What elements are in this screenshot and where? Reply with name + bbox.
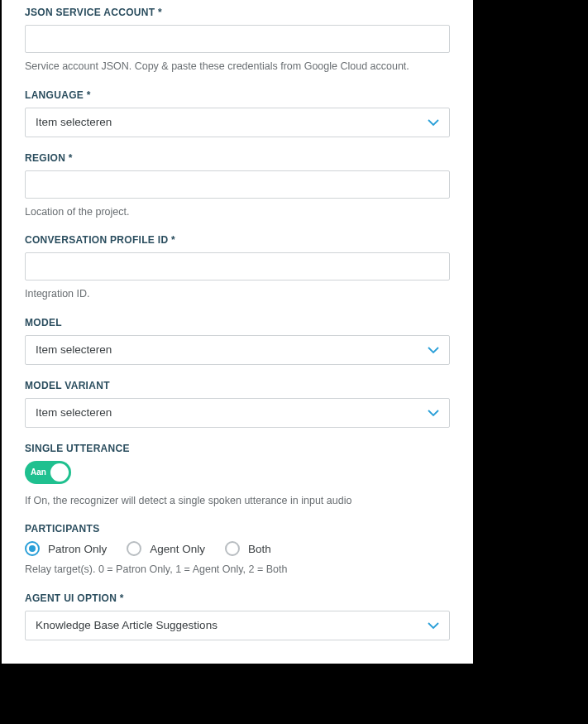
field-single-utterance: SINGLE UTTERANCE Aan If On, the recogniz…	[25, 443, 450, 509]
language-label: LANGUAGE *	[25, 89, 450, 101]
toggle-thumb	[50, 463, 69, 482]
agent-ui-option-select-text: Knowledge Base Article Suggestions	[36, 619, 428, 631]
region-label: REGION *	[25, 152, 450, 164]
participants-radio-row: Patron Only Agent Only Both	[25, 541, 450, 556]
model-select-text: Item selecteren	[36, 343, 428, 356]
agent-ui-option-select[interactable]: Knowledge Base Article Suggestions	[25, 611, 450, 640]
form-panel: JSON SERVICE ACCOUNT * Service account J…	[2, 0, 473, 664]
chevron-down-icon	[428, 344, 439, 356]
model-variant-label: MODEL VARIANT	[25, 380, 450, 391]
conversation-profile-id-label: CONVERSATION PROFILE ID *	[25, 234, 450, 246]
field-conversation-profile-id: CONVERSATION PROFILE ID * Integration ID…	[25, 234, 450, 302]
model-variant-select-text: Item selecteren	[36, 406, 428, 419]
single-utterance-help: If On, the recognizer will detect a sing…	[25, 494, 450, 509]
toggle-on-text: Aan	[31, 467, 46, 477]
participants-help: Relay target(s). 0 = Patron Only, 1 = Ag…	[25, 563, 450, 578]
model-variant-select[interactable]: Item selecteren	[25, 398, 450, 428]
field-region: REGION * Location of the project.	[25, 152, 450, 220]
radio-patron-only[interactable]	[25, 541, 40, 556]
agent-ui-option-label: AGENT UI OPTION *	[25, 592, 450, 604]
radio-patron-only-label: Patron Only	[48, 543, 107, 555]
region-help: Location of the project.	[25, 205, 450, 220]
json-service-account-input[interactable]	[25, 25, 450, 53]
chevron-down-icon	[428, 620, 439, 631]
region-input[interactable]	[25, 170, 450, 199]
radio-agent-only-label: Agent Only	[150, 543, 205, 555]
language-select-text: Item selecteren	[36, 116, 428, 128]
field-model: MODEL Item selecteren	[25, 317, 450, 365]
model-label: MODEL	[25, 317, 450, 328]
radio-both-label: Both	[248, 543, 271, 555]
model-select[interactable]: Item selecteren	[25, 335, 450, 365]
field-participants: PARTICIPANTS Patron Only Agent Only Both…	[25, 523, 450, 578]
radio-agent-only[interactable]	[127, 541, 141, 556]
field-json-service-account: JSON SERVICE ACCOUNT * Service account J…	[25, 7, 450, 74]
chevron-down-icon	[428, 117, 439, 128]
participants-label: PARTICIPANTS	[25, 523, 450, 535]
conversation-profile-id-input[interactable]	[25, 252, 450, 280]
conversation-profile-id-help: Integration ID.	[25, 287, 450, 302]
field-agent-ui-option: AGENT UI OPTION * Knowledge Base Article…	[25, 592, 450, 640]
language-select[interactable]: Item selecteren	[25, 108, 450, 137]
single-utterance-toggle[interactable]: Aan	[25, 461, 71, 484]
field-language: LANGUAGE * Item selecteren	[25, 89, 450, 137]
json-service-account-label: JSON SERVICE ACCOUNT *	[25, 7, 450, 18]
radio-both[interactable]	[225, 541, 240, 556]
single-utterance-label: SINGLE UTTERANCE	[25, 443, 450, 454]
field-model-variant: MODEL VARIANT Item selecteren	[25, 380, 450, 428]
json-service-account-help: Service account JSON. Copy & paste these…	[25, 60, 450, 74]
chevron-down-icon	[428, 407, 439, 419]
